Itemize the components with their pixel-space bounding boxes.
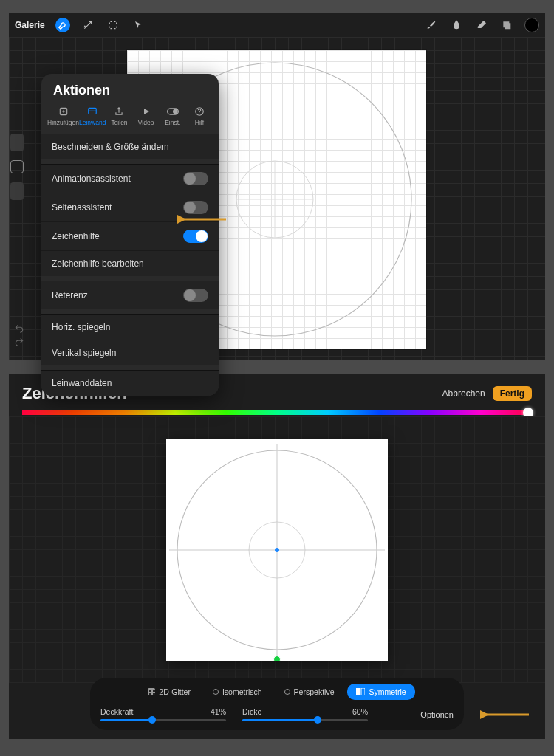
left-rail (9, 134, 24, 200)
mode-2d-grid[interactable]: 2D-Gitter (139, 684, 199, 700)
circle-icon (284, 689, 290, 695)
opacity-slider-rail[interactable] (10, 182, 24, 200)
popover-title: Aktionen (41, 74, 219, 104)
row-canvas-info[interactable]: Leinwanddaten (41, 371, 219, 396)
modify-button[interactable] (10, 160, 24, 173)
opacity-label: Deckkraft (100, 707, 133, 716)
tab-help[interactable]: Hilf (186, 104, 213, 128)
gallery-link[interactable]: Galerie (15, 20, 45, 30)
opacity-slider[interactable]: Deckkraft 41% (100, 707, 226, 721)
done-button[interactable]: Fertig (493, 386, 532, 401)
row-crop-resize[interactable]: Beschneiden & Größe ändern (41, 134, 219, 159)
hue-slider[interactable] (22, 410, 532, 415)
toggle-drawing-guide[interactable] (183, 230, 208, 243)
row-reference[interactable]: Referenz (41, 281, 219, 309)
thickness-slider[interactable]: Dicke 60% (242, 707, 368, 721)
toggle-reference[interactable] (183, 289, 208, 302)
guide-workspace (9, 416, 545, 683)
guide-preview-canvas[interactable] (166, 439, 388, 661)
tab-video[interactable]: Video (133, 104, 160, 128)
mode-isometric[interactable]: Isometrisch (204, 684, 271, 700)
svg-rect-16 (356, 688, 360, 695)
workspace: Aktionen Hinzufügen Leinwand Teilen Vide… (9, 37, 545, 360)
eraser-icon[interactable] (474, 18, 489, 32)
tab-share[interactable]: Teilen (106, 104, 132, 128)
svg-point-14 (275, 548, 279, 552)
layers-icon[interactable] (499, 18, 514, 32)
brush-icon[interactable] (424, 18, 439, 32)
select-icon[interactable] (106, 18, 120, 32)
color-picker-dot[interactable] (524, 18, 539, 32)
row-edit-drawing-guide[interactable]: Zeichenhilfe bearbeiten (41, 251, 219, 276)
row-drawing-guide[interactable]: Zeichenhilfe (41, 222, 219, 251)
undo-icon[interactable] (13, 323, 25, 334)
annotation-arrow-bottom (480, 709, 532, 720)
cancel-button[interactable]: Abbrechen (442, 388, 485, 399)
guide-controls-panel: 2D-Gitter Isometrisch Perspektive Symmet… (90, 678, 464, 730)
row-flip-horizontal[interactable]: Horiz. spiegeln (41, 315, 219, 340)
tab-prefs[interactable]: Einst. (160, 104, 186, 128)
row-flip-vertical[interactable]: Vertikal spiegeln (41, 340, 219, 365)
top-toolbar: Galerie (9, 13, 545, 37)
mode-symmetry[interactable]: Symmetrie (347, 684, 414, 700)
wand-icon[interactable] (81, 18, 95, 32)
svg-point-7 (173, 109, 177, 113)
tab-add[interactable]: Hinzufügen (47, 104, 79, 128)
smudge-icon[interactable] (449, 18, 464, 32)
toggle-animation[interactable] (183, 172, 208, 185)
mode-perspective[interactable]: Perspektive (276, 684, 343, 700)
thickness-value: 60% (352, 707, 368, 716)
row-animation-assist[interactable]: Animationsassistent (41, 165, 219, 193)
cursor-icon[interactable] (131, 18, 146, 32)
toggle-page[interactable] (183, 201, 208, 214)
row-page-assist[interactable]: Seitenassistent (41, 193, 219, 222)
options-link[interactable]: Optionen (420, 710, 454, 719)
brush-size-slider[interactable] (10, 134, 24, 151)
tab-canvas[interactable]: Leinwand (79, 104, 106, 128)
grid-icon (148, 688, 155, 695)
svg-rect-17 (361, 688, 365, 695)
opacity-value: 41% (211, 707, 226, 716)
redo-icon[interactable] (13, 337, 25, 347)
svg-point-15 (274, 656, 281, 661)
circle-icon (213, 689, 219, 695)
symmetry-icon (356, 688, 365, 695)
actions-popover: Aktionen Hinzufügen Leinwand Teilen Vide… (41, 74, 219, 396)
thickness-label: Dicke (242, 707, 261, 716)
wrench-icon[interactable] (55, 18, 70, 32)
